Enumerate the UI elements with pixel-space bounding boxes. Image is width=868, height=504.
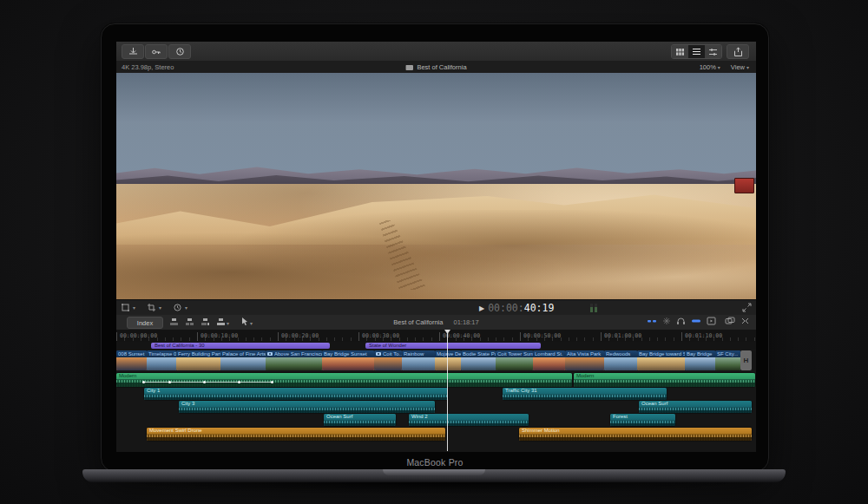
timeline-clip[interactable]: Forest [610,414,675,426]
ruler-tick: 00:00:30:00 [358,332,399,341]
clip-name: Alta Vista Park [565,350,604,357]
keyword-editor-icon[interactable] [145,44,168,59]
volume-keyframe[interactable] [168,381,171,383]
clip-name: Timelapse 008 [147,350,176,357]
timeline-clip[interactable]: Wind 2 [409,414,529,426]
crop-dropdown[interactable]: ▾ [148,304,161,311]
zoom-level-dropdown[interactable]: 100%▾ [700,63,720,71]
clip-name: Bay Bridge toward SF [637,350,685,357]
clip-label: City 3 [179,401,435,407]
timeline-clip[interactable]: Movement Swirl Drone [147,428,445,441]
ruler-tick: 00:00:10:00 [197,332,238,341]
clip-appearance-icon[interactable] [705,45,721,58]
timeline-clip[interactable]: Traffic City 31 [503,388,667,400]
clip-label: Ocean Surf [639,401,752,407]
clip-label: Forest [610,414,675,420]
transitions-browser-icon[interactable] [726,317,734,325]
timeline-clip[interactable]: City 1 [144,388,448,400]
timeline-clip[interactable]: Shimmer Motion [519,428,752,441]
list-view-icon[interactable] [688,45,705,58]
clip-name: 008 Sunset [116,350,147,357]
clip-thumbnails [715,357,740,370]
audio-waveform [574,380,755,387]
ruler-tick: 00:00:40:00 [439,332,480,341]
clip-label: Wind 2 [409,414,529,420]
chapter-marker[interactable]: State of Wonder [365,343,541,349]
filmstrip-clip[interactable]: Palace of Fine Arts [220,350,266,370]
primary-storyline: 008 SunsetTimelapse 008Ferry Building Pa… [116,350,756,370]
filmstrip-clip[interactable]: Rainbow [402,350,436,370]
clip-name: Coit To... [374,350,402,357]
filmstrip-clip[interactable]: Bay Bridge Sunset [322,350,375,370]
filmstrip-clip[interactable]: Coit Tower Sunset [496,350,534,370]
timeline-clip[interactable]: Modern [574,373,755,387]
filmstrip-clip[interactable]: Bay Bridge [685,350,716,370]
timeline-clip[interactable]: Modern [116,373,572,387]
storyline-end-cap: H [740,350,752,370]
filmstrip-clip[interactable]: Ferry Building Part 2 [176,350,221,370]
clip-thumbnails [565,357,604,370]
snapping-toggle-icon[interactable] [692,318,700,324]
volume-keyframe[interactable] [203,381,206,383]
solo-toggle-icon[interactable] [677,317,685,325]
view-dropdown[interactable]: View▾ [731,63,749,71]
macbook-base [82,469,786,482]
play-icon[interactable]: ▶ [479,304,484,312]
chapter-marker-row: Best of California - 30State of Wonder [116,342,756,350]
filmstrip-clip[interactable]: Mojave Desert [435,350,462,370]
filmstrip-clip[interactable]: 008 Sunset [116,350,148,370]
viewer-title: Best of California [116,63,756,71]
clip-thumbnails [637,357,685,370]
transform-dropdown[interactable]: ▾ [122,304,135,311]
clip-thumbnails [374,357,402,370]
final-cut-pro-window: 4K 23.98p, Stereo Best of California 100… [116,42,756,452]
effects-browser-icon[interactable] [707,317,715,325]
clip-name: Bodie State Park [461,350,496,357]
clip-name: Coit Tower Sunset [496,350,533,357]
filmstrip-clip[interactable]: SF City... [715,350,741,370]
project-duration: 01:18:17 [454,318,479,326]
timeline-ruler[interactable]: 00:00:00:0000:00:10:0000:00:20:0000:00:3… [116,330,756,343]
filmstrip-clip[interactable]: Above San Francisco [266,350,323,370]
audio-waveform [179,408,435,413]
clip-thumbnails [496,357,533,370]
laptop-shadow [113,482,755,494]
timeline-clip[interactable]: Ocean Surf [639,401,752,413]
background-tasks-icon[interactable] [168,44,191,59]
audio-meters[interactable] [590,304,597,312]
filmstrip-clip[interactable]: Timelapse 008 [147,350,177,370]
filmstrip-clip[interactable]: Redwoods [604,350,638,370]
audio-skimming-toggle-icon[interactable] [663,317,670,325]
expand-icon[interactable] [743,304,751,312]
playhead[interactable] [447,330,448,451]
ruler-tick: 00:00:00:00 [116,332,157,341]
retime-dropdown[interactable]: ▾ [174,304,187,311]
filmstrip-clip[interactable]: Bay Bridge toward SF [637,350,686,370]
filmstrip-clip[interactable]: Coit To... [374,350,403,370]
audio-waveform [503,395,667,400]
filmstrip-clip[interactable]: Bodie State Park [461,350,496,370]
filmstrip-clip[interactable]: Alta Vista Park [565,350,605,370]
skimming-toggle-icon[interactable] [648,318,656,324]
clip-name: Rainbow [402,350,435,357]
chapter-marker[interactable]: Best of California - 30 [151,343,330,349]
clip-label: Traffic City 31 [503,388,667,394]
timeline-project-title: Best of California [393,318,443,326]
volume-keyframe[interactable] [238,381,240,383]
clip-thumbnails [116,357,147,370]
clip-name: Redwoods [604,350,637,357]
share-icon[interactable] [727,44,749,59]
clip-thumbnails [533,357,565,370]
macbook-screen: 4K 23.98p, Stereo Best of California 100… [101,23,769,472]
sand-dunes [116,184,756,299]
timeline-clip[interactable]: Ocean Surf [324,414,396,426]
toggle-inspector-icon[interactable] [741,317,749,325]
filmstrip-clip[interactable]: Lombard St. [533,350,566,370]
volume-keyframe[interactable] [271,381,273,383]
timeline-clip[interactable]: City 3 [179,401,435,413]
audio-waveform [409,421,529,426]
lid-notch [383,469,485,475]
filmstrip-view-icon[interactable] [672,45,688,58]
import-media-icon[interactable] [122,44,144,59]
volume-keyframe[interactable] [142,381,145,383]
